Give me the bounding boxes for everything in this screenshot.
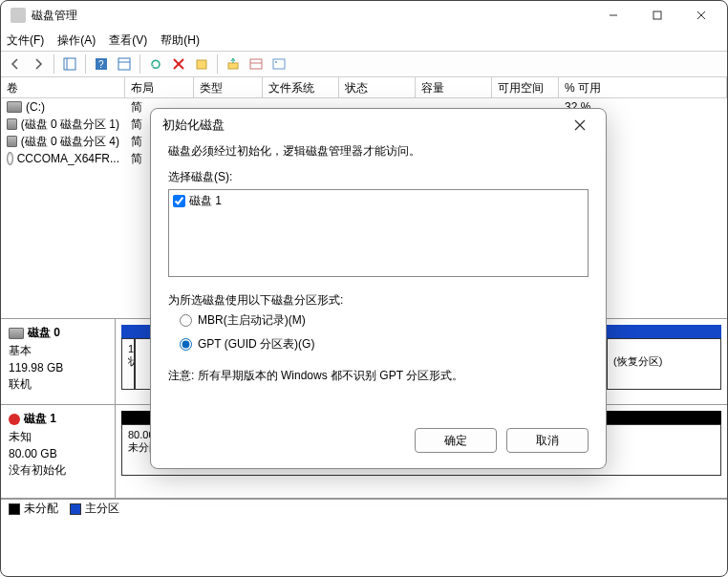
dialog-message: 磁盘必须经过初始化，逻辑磁盘管理器才能访问。 bbox=[168, 143, 589, 160]
close-button[interactable] bbox=[679, 1, 723, 30]
select-disk-label: 选择磁盘(S): bbox=[168, 169, 589, 185]
volume-icon bbox=[7, 101, 22, 113]
action2-icon[interactable] bbox=[246, 53, 267, 75]
svg-rect-4 bbox=[64, 58, 75, 70]
app-icon bbox=[11, 8, 26, 23]
window-title: 磁盘管理 bbox=[32, 8, 591, 24]
col-pct[interactable]: % 可用 bbox=[559, 77, 727, 97]
col-volume[interactable]: 卷 bbox=[1, 77, 125, 97]
gpt-radio[interactable] bbox=[180, 338, 192, 351]
col-free[interactable]: 可用空间 bbox=[492, 77, 559, 97]
mbr-radio[interactable] bbox=[180, 314, 192, 327]
list-item[interactable]: 磁盘 1 bbox=[173, 192, 584, 209]
refresh-icon[interactable] bbox=[145, 53, 166, 75]
status-dot-icon bbox=[9, 414, 20, 425]
maximize-button[interactable] bbox=[635, 1, 679, 30]
help-icon[interactable]: ? bbox=[91, 53, 112, 75]
volume-icon bbox=[7, 136, 17, 147]
svg-text:?: ? bbox=[98, 59, 104, 70]
menu-file[interactable]: 文件(F) bbox=[7, 32, 44, 49]
menu-action[interactable]: 操作(A) bbox=[57, 32, 96, 49]
disk-item-label: 磁盘 1 bbox=[189, 193, 222, 209]
dvd-icon bbox=[7, 152, 13, 165]
delete-icon[interactable] bbox=[168, 53, 189, 75]
disk-info-panel: 磁盘 1 未知 80.00 GB 没有初始化 bbox=[1, 405, 116, 498]
svg-rect-8 bbox=[118, 58, 130, 70]
menu-view[interactable]: 查看(V) bbox=[109, 32, 147, 49]
col-fs[interactable]: 文件系统 bbox=[263, 77, 339, 97]
seg-recovery: (恢复分区) bbox=[613, 355, 662, 367]
svg-rect-1 bbox=[653, 11, 661, 19]
col-layout[interactable]: 布局 bbox=[125, 77, 194, 97]
legend-swatch-unalloc bbox=[9, 503, 20, 515]
volume-name: CCCOMA_X64FR... bbox=[17, 152, 119, 165]
toolbar: ? bbox=[1, 51, 727, 77]
volume-name: (C:) bbox=[26, 100, 45, 114]
disk-info-panel: 磁盘 0 基本 119.98 GB 联机 bbox=[1, 319, 116, 404]
action3-icon[interactable] bbox=[268, 53, 289, 75]
seg-text: 100 bbox=[128, 343, 135, 354]
disk-status: 没有初始化 bbox=[9, 462, 107, 479]
titlebar: 磁盘管理 bbox=[1, 1, 727, 30]
svg-rect-12 bbox=[197, 60, 206, 69]
dialog-note: 注意: 所有早期版本的 Windows 都不识别 GPT 分区形式。 bbox=[168, 368, 589, 384]
disk-management-window: 磁盘管理 文件(F) 操作(A) 查看(V) 帮助(H) ? 卷 布局 类 bbox=[0, 0, 728, 577]
disk-title: 磁盘 1 bbox=[24, 411, 56, 427]
legend-swatch-primary bbox=[70, 503, 81, 515]
window-controls bbox=[591, 1, 723, 30]
volume-table-header: 卷 布局 类型 文件系统 状态 容量 可用空间 % 可用 bbox=[1, 77, 727, 98]
forward-button[interactable] bbox=[28, 53, 49, 75]
volume-name: (磁盘 0 磁盘分区 4) bbox=[21, 134, 119, 150]
menubar: 文件(F) 操作(A) 查看(V) 帮助(H) bbox=[1, 30, 727, 51]
col-type[interactable]: 类型 bbox=[194, 77, 263, 97]
menu-help[interactable]: 帮助(H) bbox=[161, 32, 200, 49]
volume-name: (磁盘 0 磁盘分区 1) bbox=[21, 117, 119, 133]
svg-rect-16 bbox=[273, 59, 285, 69]
cancel-button[interactable]: 取消 bbox=[506, 428, 589, 453]
initialize-disk-dialog: 初始化磁盘 磁盘必须经过初始化，逻辑磁盘管理器才能访问。 选择磁盘(S): 磁盘… bbox=[150, 108, 607, 469]
gpt-label: GPT (GUID 分区表)(G) bbox=[198, 336, 314, 353]
disk-kind: 基本 bbox=[9, 343, 107, 359]
disk-kind: 未知 bbox=[9, 429, 107, 445]
legend-primary: 主分区 bbox=[85, 501, 119, 517]
disk-title: 磁盘 0 bbox=[28, 325, 60, 341]
disk-select-list[interactable]: 磁盘 1 bbox=[168, 189, 589, 277]
mbr-label: MBR(主启动记录)(M) bbox=[198, 312, 306, 329]
disk-status: 联机 bbox=[9, 376, 107, 393]
disk-checkbox[interactable] bbox=[173, 195, 185, 207]
svg-rect-14 bbox=[250, 59, 262, 69]
view-detail-icon[interactable] bbox=[114, 53, 135, 75]
svg-rect-13 bbox=[228, 63, 238, 69]
disk-icon bbox=[9, 328, 24, 339]
minimize-button[interactable] bbox=[591, 1, 635, 30]
disk-size: 80.00 GB bbox=[9, 447, 107, 460]
partition-style-label: 为所选磁盘使用以下磁盘分区形式: bbox=[168, 292, 589, 309]
legend: 未分配 主分区 bbox=[1, 499, 727, 518]
view-list-icon[interactable] bbox=[59, 53, 80, 75]
svg-point-17 bbox=[275, 61, 277, 63]
legend-unalloc: 未分配 bbox=[24, 501, 58, 517]
ok-button[interactable]: 确定 bbox=[415, 428, 497, 453]
action1-icon[interactable] bbox=[223, 53, 244, 75]
col-status[interactable]: 状态 bbox=[339, 77, 416, 97]
properties-icon[interactable] bbox=[191, 53, 212, 75]
mbr-option[interactable]: MBR(主启动记录)(M) bbox=[180, 312, 589, 329]
volume-icon bbox=[7, 118, 17, 130]
dialog-close-button[interactable] bbox=[566, 111, 594, 139]
disk-size: 119.98 GB bbox=[9, 361, 107, 374]
gpt-option[interactable]: GPT (GUID 分区表)(G) bbox=[180, 336, 589, 353]
col-capacity[interactable]: 容量 bbox=[416, 77, 492, 97]
dialog-title: 初始化磁盘 bbox=[162, 117, 225, 134]
back-button[interactable] bbox=[5, 53, 26, 75]
